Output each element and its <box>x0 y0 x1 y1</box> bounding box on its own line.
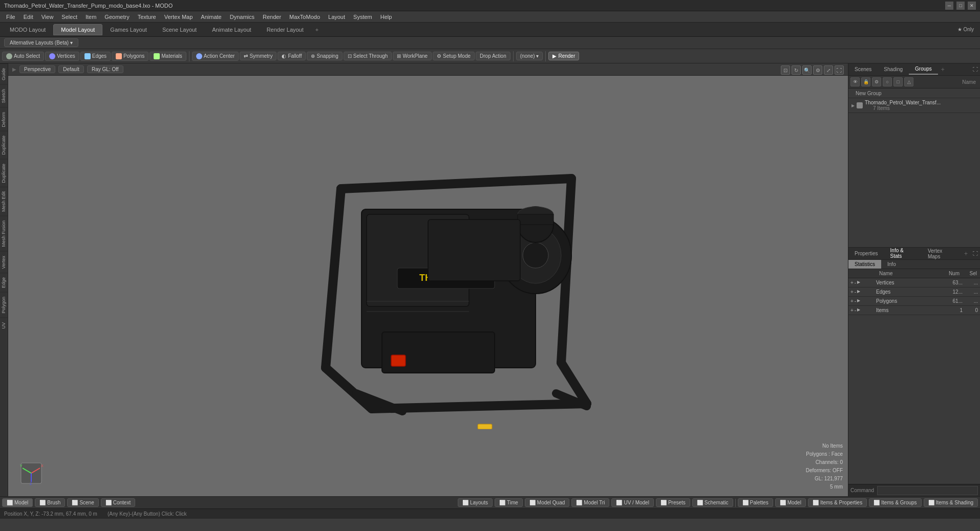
tab-scenes[interactable]: Scenes <box>848 64 878 74</box>
sidebar-tab-guide[interactable]: Guide <box>0 63 8 84</box>
vertices-button[interactable]: Vertices <box>45 52 79 61</box>
sidebar-tab-duplicate2[interactable]: Duplicate <box>0 159 8 187</box>
sidebar-tab-mesh-fusion[interactable]: Mesh Fusion <box>0 216 8 251</box>
close-button[interactable]: ✕ <box>968 2 976 10</box>
command-input[interactable] <box>877 486 978 495</box>
menu-vertex-map[interactable]: Vertex Map <box>160 13 197 21</box>
select-through-button[interactable]: ⊡ Select Through <box>344 52 392 60</box>
menu-layout[interactable]: Layout <box>324 13 349 21</box>
panel-expand-btn[interactable]: ⛶ <box>971 65 980 73</box>
menu-edit[interactable]: Edit <box>19 13 37 21</box>
viewport-fit-icon[interactable]: ⊡ <box>781 65 790 75</box>
statistics-subtab[interactable]: Statistics <box>848 260 881 269</box>
menu-file[interactable]: File <box>2 13 19 21</box>
tool-context[interactable]: ⬜ Context <box>101 498 135 507</box>
menu-select[interactable]: Select <box>57 13 81 21</box>
setup-mode-button[interactable]: ⚙ Setup Mode <box>433 52 475 60</box>
viewport-expand-left[interactable]: ▶ <box>12 67 16 72</box>
tool-brush[interactable]: ⬜ Brush <box>35 498 65 507</box>
layout-tab-render[interactable]: Render Layout <box>259 24 311 35</box>
tab-vertex-maps[interactable]: Vertex Maps <box>922 246 961 261</box>
tool-uv-model[interactable]: ⬜ UV / Model <box>611 498 653 507</box>
tab-bottom-add[interactable]: + <box>961 248 971 259</box>
group-item-thornado[interactable]: ▶ Thornado_Petrol_Water_Transf... 7 Item… <box>848 98 980 113</box>
viewport-arrows-icon[interactable]: ⤢ <box>824 65 833 75</box>
vertices-plus[interactable]: + <box>850 280 854 285</box>
vertices-arrow[interactable]: ▶ <box>857 280 860 285</box>
viewport-zoom-icon[interactable]: ↻ <box>792 65 801 75</box>
viewport-fullscreen-icon[interactable]: ⛶ <box>835 65 844 75</box>
symmetry-button[interactable]: ⇄ Symmetry <box>240 52 276 60</box>
polygons-button[interactable]: Polygons <box>112 52 148 61</box>
perspective-button[interactable]: Perspective <box>19 65 55 73</box>
auto-select-button[interactable]: Auto Select <box>2 52 44 61</box>
layout-tab-model[interactable]: Model Layout <box>53 24 102 35</box>
menu-render[interactable]: Render <box>259 13 285 21</box>
settings-icon[interactable]: ⚙ <box>872 77 881 86</box>
layout-tab-animate[interactable]: Animate Layout <box>204 24 259 35</box>
menu-dynamics[interactable]: Dynamics <box>226 13 259 21</box>
action-center-button[interactable]: Action Center <box>192 52 239 61</box>
sidebar-tab-duplicate[interactable]: Duplicate <box>0 131 8 159</box>
menu-system[interactable]: System <box>349 13 376 21</box>
info-subtab[interactable]: Info <box>881 260 902 269</box>
menu-maxtomodo[interactable]: MaxToModo <box>285 13 324 21</box>
new-group-button[interactable]: New Group <box>851 89 886 98</box>
sidebar-tab-polygon[interactable]: Polygon <box>0 292 8 318</box>
sidebar-tab-deform[interactable]: Deform <box>0 107 8 131</box>
layout-tab-scene[interactable]: Scene Layout <box>155 24 204 35</box>
tool-presets[interactable]: ⬜ Presets <box>656 498 690 507</box>
tab-groups[interactable]: Groups <box>909 64 938 75</box>
sidebar-tab-uv[interactable]: UV <box>0 318 8 333</box>
vis1-icon[interactable]: ○ <box>883 77 892 86</box>
sidebar-tab-edge[interactable]: Edge <box>0 273 8 292</box>
group-expand-icon[interactable]: ▶ <box>851 103 855 108</box>
tab-info-stats[interactable]: Info & Stats <box>884 246 922 262</box>
lock-icon[interactable]: 🔒 <box>861 77 870 86</box>
menu-item[interactable]: Item <box>81 13 100 21</box>
minimize-button[interactable]: ─ <box>945 2 953 10</box>
tool-time[interactable]: ⬜ Time <box>495 498 523 507</box>
edges-arrow[interactable]: ▶ <box>857 289 860 295</box>
tool-scene[interactable]: ⬜ Scene <box>67 498 98 507</box>
menu-view[interactable]: View <box>37 13 58 21</box>
tool-items-props[interactable]: ⬜ Items & Properties <box>808 498 867 507</box>
maximize-button[interactable]: □ <box>956 2 965 10</box>
layout-tab-games[interactable]: Games Layout <box>102 24 155 35</box>
bottom-expand-btn[interactable]: ⛶ <box>971 250 980 257</box>
workplane-button[interactable]: ⊞ WorkPlane <box>393 52 432 60</box>
tab-add[interactable]: + <box>938 64 948 75</box>
tool-items-groups[interactable]: ⬜ Items & Groups <box>869 498 921 507</box>
vis3-icon[interactable]: △ <box>904 77 913 86</box>
tab-properties[interactable]: Properties <box>848 249 884 258</box>
layout-tab-add[interactable]: + <box>311 25 323 35</box>
alt-layouts-button[interactable]: Alternative Layouts (Beta) ▾ <box>4 38 78 47</box>
polygons-minus[interactable]: - <box>855 298 856 304</box>
tool-model-quad[interactable]: ⬜ Model Quad <box>525 498 569 507</box>
menu-geometry[interactable]: Geometry <box>100 13 133 21</box>
snapping-button[interactable]: ⊕ Snapping <box>307 52 342 60</box>
drop-action-button[interactable]: Drop Action <box>476 52 510 60</box>
tool-items-shading[interactable]: ⬜ Items & Shading <box>924 498 978 507</box>
tool-schematic[interactable]: ⬜ Schematic <box>692 498 733 507</box>
menu-animate[interactable]: Animate <box>197 13 225 21</box>
vertices-minus[interactable]: - <box>855 280 856 285</box>
none-dropdown[interactable]: (none) ▾ <box>516 52 543 60</box>
viewport-search-icon[interactable]: 🔍 <box>802 65 812 75</box>
default-shading-button[interactable]: Default <box>58 65 84 73</box>
items-minus[interactable]: - <box>855 307 856 313</box>
viewport-settings-icon[interactable]: ⚙ <box>813 65 822 75</box>
items-plus[interactable]: + <box>850 307 854 313</box>
polygons-arrow[interactable]: ▶ <box>857 298 860 304</box>
layout-tab-modo[interactable]: MODO Layout <box>2 24 53 35</box>
sidebar-tab-mesh-edit[interactable]: Mesh Edit <box>0 187 8 216</box>
falloff-button[interactable]: ◐ Falloff <box>278 52 306 60</box>
vis2-icon[interactable]: □ <box>893 77 903 86</box>
eye-icon[interactable]: 👁 <box>850 77 860 86</box>
items-arrow[interactable]: ▶ <box>857 307 860 313</box>
tool-model-tri[interactable]: ⬜ Model Tri <box>571 498 609 507</box>
menu-help[interactable]: Help <box>376 13 396 21</box>
tab-shading[interactable]: Shading <box>878 64 909 74</box>
render-button[interactable]: ▶ Render <box>548 52 579 60</box>
raygl-button[interactable]: Ray GL: Off <box>87 65 123 73</box>
